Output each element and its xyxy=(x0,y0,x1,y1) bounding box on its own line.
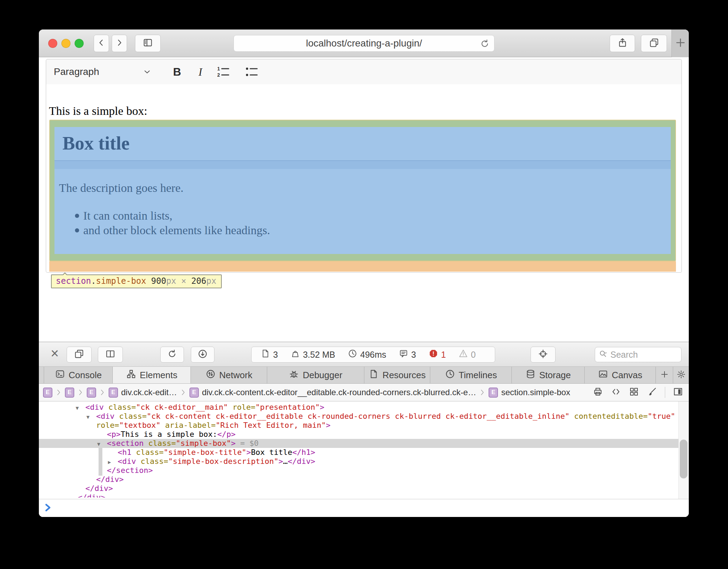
dom-tree-line[interactable]: </div> xyxy=(39,493,689,498)
canvas-icon xyxy=(598,369,608,382)
tab-overview-button[interactable] xyxy=(641,35,667,52)
close-inspector-button[interactable]: × xyxy=(51,345,59,361)
dock-split-icon xyxy=(105,349,116,360)
dom-tree-line[interactable]: <h1 class="simple-box-title">Box title</… xyxy=(39,448,689,457)
tabs-icon xyxy=(649,37,659,49)
tab-label: Elements xyxy=(140,370,177,381)
forward-button[interactable] xyxy=(112,35,127,52)
breadcrumb-item-div[interactable]: Ediv.ck.ck-content.ck-editor__editable.c… xyxy=(189,388,476,398)
tab-timelines[interactable]: Timelines xyxy=(430,367,512,383)
element-badge-icon: E xyxy=(109,388,118,398)
dom-tree-line[interactable]: ▼<div class="ck ck-content ck-editor__ed… xyxy=(39,412,689,421)
close-window-button[interactable] xyxy=(48,39,57,48)
dom-tree-line[interactable]: </section> xyxy=(39,466,689,475)
tab-console[interactable]: Console xyxy=(44,367,113,383)
element-picker-button[interactable] xyxy=(531,347,556,363)
collapse-icon[interactable]: ▼ xyxy=(97,440,107,449)
download-button[interactable] xyxy=(191,347,214,363)
dom-scrollbar[interactable] xyxy=(678,401,689,499)
dom-tree-line[interactable]: <p>This is a simple box:</p> xyxy=(39,430,689,439)
sidebar-icon xyxy=(143,37,153,49)
share-icon xyxy=(617,37,628,49)
tab-debugger[interactable]: Debugger xyxy=(267,367,364,383)
dock-to-side-button[interactable] xyxy=(98,347,123,363)
code-brackets-icon[interactable] xyxy=(611,387,621,398)
brush-icon[interactable] xyxy=(647,387,657,398)
italic-button[interactable]: I xyxy=(198,66,202,78)
expand-icon[interactable]: ▶ xyxy=(108,458,118,467)
reload-icon xyxy=(167,349,177,360)
dom-tree-line[interactable]: </div> xyxy=(39,475,689,484)
breadcrumb-item-div[interactable]: Ediv.ck.ck-edit… xyxy=(109,388,177,398)
dom-tree-line[interactable]: ▼<section class="simple-box"> = $0 xyxy=(39,439,689,448)
printer-icon[interactable] xyxy=(593,387,603,398)
breadcrumb-item[interactable]: E xyxy=(87,388,96,398)
chevron-down-icon xyxy=(143,67,152,76)
download-icon xyxy=(197,349,208,360)
add-tab-button[interactable] xyxy=(656,367,673,383)
zoom-window-button[interactable] xyxy=(75,39,84,48)
collapse-icon[interactable]: ▼ xyxy=(86,413,96,422)
network-icon xyxy=(205,369,216,382)
dock-to-window-button[interactable] xyxy=(67,347,92,363)
console-message-badge[interactable]: 3 xyxy=(399,349,416,360)
new-tab-button[interactable] xyxy=(671,29,689,57)
bulleted-list-button[interactable] xyxy=(245,66,259,78)
chevron-left-icon xyxy=(97,38,106,49)
warning-icon xyxy=(458,349,468,360)
load-time-badge[interactable]: 496ms xyxy=(348,349,386,360)
console-prompt[interactable] xyxy=(39,499,689,517)
dom-tree-line[interactable]: ▼<div class="ck ck-editor__main" role="p… xyxy=(39,403,689,412)
scrollbar-thumb[interactable] xyxy=(680,440,687,478)
settings-button[interactable] xyxy=(673,367,689,383)
numbered-list-button[interactable]: 12 xyxy=(217,66,231,78)
panel-right-icon[interactable] xyxy=(673,387,683,398)
web-inspector: × 3 3.52 MB xyxy=(39,342,689,517)
breadcrumb-item[interactable]: E xyxy=(65,388,74,398)
inspector-search[interactable] xyxy=(595,347,682,362)
resource-count-badge[interactable]: 3 xyxy=(261,349,278,360)
tab-label: Canvas xyxy=(612,370,642,381)
simple-box-content-highlight: Box title The description goes here. It … xyxy=(54,127,671,254)
back-button[interactable] xyxy=(94,35,109,52)
tab-network[interactable]: Network xyxy=(191,367,267,383)
error-count-badge[interactable]: ! 1 xyxy=(429,349,446,360)
reload-icon[interactable] xyxy=(480,39,490,49)
dom-tree-line[interactable]: </div> xyxy=(39,484,689,493)
prompt-chevron-icon xyxy=(44,503,52,513)
speech-bubble-icon xyxy=(399,349,408,360)
box-title-block: Box title xyxy=(54,127,671,160)
breadcrumb-separator-icon xyxy=(100,388,105,397)
tab-elements[interactable]: Elements xyxy=(113,367,191,383)
collapse-icon[interactable]: ▼ xyxy=(76,404,85,413)
warning-count-badge[interactable]: 0 xyxy=(458,349,476,360)
element-badge-icon: E xyxy=(65,388,74,398)
share-button[interactable] xyxy=(610,35,635,52)
tab-canvas[interactable]: Canvas xyxy=(585,367,656,383)
tab-resources[interactable]: Resources xyxy=(364,367,430,383)
transfer-size-badge[interactable]: 3.52 MB xyxy=(290,349,335,360)
tooltip-width: 900 xyxy=(146,276,166,286)
breadcrumb-item-section[interactable]: Esection.simple-box xyxy=(489,388,570,398)
box-block-gap xyxy=(54,160,671,169)
plus-icon xyxy=(660,370,669,381)
sidebar-button[interactable] xyxy=(135,35,161,52)
tab-storage[interactable]: Storage xyxy=(512,367,585,383)
search-input[interactable] xyxy=(610,349,669,360)
inspector-reload-button[interactable] xyxy=(160,347,184,363)
url-field[interactable]: localhost/creating-a-plugin/ xyxy=(234,35,494,52)
svg-text:2: 2 xyxy=(217,72,220,78)
paragraph-dropdown[interactable]: Paragraph xyxy=(54,66,152,77)
editor-editable-area[interactable]: This is a simple box: Box title The desc… xyxy=(46,84,682,273)
minimize-window-button[interactable] xyxy=(61,39,70,48)
dom-tree-line[interactable]: ▶<div class="simple-box-description">…</… xyxy=(39,457,689,466)
tooltip-tag: section xyxy=(56,276,91,286)
tooltip-class: simple-box xyxy=(96,276,146,286)
element-badge-icon: E xyxy=(43,388,52,398)
grid-icon[interactable] xyxy=(629,387,639,398)
search-icon xyxy=(599,349,608,360)
dom-tree-line[interactable]: role="textbox" aria-label="Rich Text Edi… xyxy=(39,421,689,430)
breadcrumb-separator-icon xyxy=(180,388,186,397)
breadcrumb-item[interactable]: E xyxy=(43,388,52,398)
bold-button[interactable]: B xyxy=(173,66,181,78)
